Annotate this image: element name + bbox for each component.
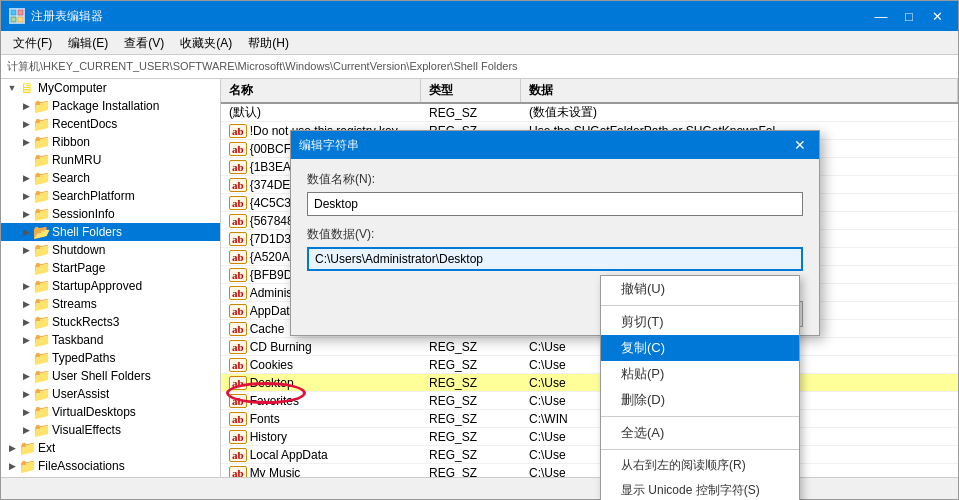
tree-item-package-installation[interactable]: ▶ 📁 Package Installation	[1, 97, 220, 115]
cell-name: abAppData	[221, 304, 421, 318]
table-row-desktop[interactable]: abDesktop REG_SZ C:\Use	[221, 374, 958, 392]
tree-label: SearchPlatform	[52, 189, 135, 203]
menu-edit[interactable]: 编辑(E)	[60, 33, 116, 52]
table-row[interactable]: ab{1B3EA5DC-B587-4786... REG_SZ	[221, 158, 958, 176]
reg-type-icon: ab	[229, 268, 247, 282]
tree-label: Shutdown	[52, 243, 105, 257]
tree-item-streams[interactable]: ▶ 📁 Streams	[1, 295, 220, 313]
cell-type: REG_SZ	[421, 250, 521, 264]
tree-label: SessionInfo	[52, 207, 115, 221]
table-row[interactable]: ab{BFB9D5E0-C6A9-404... REG_SZ	[221, 266, 958, 284]
folder-icon: 📁	[33, 242, 49, 258]
status-bar	[1, 477, 958, 499]
table-row[interactable]: abAdministrative Tools	[221, 284, 958, 302]
tree-label: VisualEffects	[52, 423, 121, 437]
table-row[interactable]: abCD Burning REG_SZ C:\Use	[221, 338, 958, 356]
window-title: 注册表编辑器	[31, 8, 868, 25]
table-row[interactable]: abAppData REG_SZ	[221, 302, 958, 320]
registry-tree[interactable]: ▼ 🖥 MyComputer ▶ 📁 Package Installation …	[1, 79, 221, 477]
tree-item-shutdown[interactable]: ▶ 📁 Shutdown	[1, 241, 220, 259]
header-data[interactable]: 数据	[521, 79, 958, 102]
menu-help[interactable]: 帮助(H)	[240, 33, 297, 52]
tree-item-stuckrects3[interactable]: ▶ 📁 StuckRects3	[1, 313, 220, 331]
tree-item-searchplatform[interactable]: ▶ 📁 SearchPlatform	[1, 187, 220, 205]
cell-data: C:\Use	[521, 466, 958, 478]
tree-item-userassist[interactable]: ▶ 📁 UserAssist	[1, 385, 220, 403]
table-row[interactable]: ab{4C5C32FF-BB9D-43B0... REG_SZ	[221, 194, 958, 212]
folder-icon: 📁	[33, 422, 49, 438]
table-row[interactable]: abFavorites REG_SZ C:\Use	[221, 392, 958, 410]
table-row[interactable]: abMy Music REG_SZ C:\Use	[221, 464, 958, 477]
cell-name: abCD Burning	[221, 340, 421, 354]
cell-name: ab{56784854-C6CB-462...	[221, 214, 421, 228]
expand-icon: ▼	[5, 81, 19, 95]
table-row[interactable]: (默认) REG_SZ (数值未设置)	[221, 104, 958, 122]
menu-file[interactable]: 文件(F)	[5, 33, 60, 52]
header-name[interactable]: 名称	[221, 79, 421, 102]
reg-type-icon: ab	[229, 358, 247, 372]
table-row[interactable]: abFonts REG_SZ C:\WIN	[221, 410, 958, 428]
tree-item-visualeffects[interactable]: ▶ 📁 VisualEffects	[1, 421, 220, 439]
menu-view[interactable]: 查看(V)	[116, 33, 172, 52]
folder-icon: 📂	[33, 224, 49, 240]
tree-label: Ext	[38, 441, 55, 455]
tree-item-virtualdesktops[interactable]: ▶ 📁 VirtualDesktops	[1, 403, 220, 421]
tree-item-startpage[interactable]: 📁 StartPage	[1, 259, 220, 277]
tree-item-sessioninfo[interactable]: ▶ 📁 SessionInfo	[1, 205, 220, 223]
tree-item-fileassociations[interactable]: ▶ 📁 FileAssociations	[1, 457, 220, 475]
folder-icon: 📁	[33, 386, 49, 402]
table-row[interactable]: abLocal AppData REG_SZ C:\Use	[221, 446, 958, 464]
close-button[interactable]: ✕	[924, 5, 950, 27]
tree-label: FileAssociations	[38, 459, 125, 473]
tree-item-startupapproved[interactable]: ▶ 📁 StartupApproved	[1, 277, 220, 295]
table-row[interactable]: ab!Do not use this registry key REG_SZ U…	[221, 122, 958, 140]
table-row[interactable]: ab{56784854-C6CB-462... REG_SZ	[221, 212, 958, 230]
tree-item-runmru[interactable]: 📁 RunMRU	[1, 151, 220, 169]
cell-name: ab{A520A1A4-1780-4FF...	[221, 250, 421, 264]
minimize-button[interactable]: —	[868, 5, 894, 27]
svg-rect-3	[18, 17, 23, 22]
cell-data: (数值未设置)	[521, 104, 958, 121]
tree-item-mycomputer[interactable]: ▼ 🖥 MyComputer	[1, 79, 220, 97]
tree-item-taskband[interactable]: ▶ 📁 Taskband	[1, 331, 220, 349]
reg-type-icon: ab	[229, 160, 247, 174]
menu-favorites[interactable]: 收藏夹(A)	[172, 33, 240, 52]
cell-type: REG_SZ	[421, 214, 521, 228]
expand-icon: ▶	[19, 243, 33, 257]
table-body: (默认) REG_SZ (数值未设置) ab!Do not use this r…	[221, 104, 958, 477]
cell-data: Use the SHGetFolderPath or SHGetKnownFol…	[521, 124, 958, 138]
cell-type: REG_SZ	[421, 178, 521, 192]
table-row[interactable]: ab{7D1D3A04-DEBB-411... REG_SZ	[221, 230, 958, 248]
table-row[interactable]: abHistory REG_SZ C:\Use	[221, 428, 958, 446]
table-row[interactable]: abCookies REG_SZ C:\Use	[221, 356, 958, 374]
tree-item-recentdocs[interactable]: ▶ 📁 RecentDocs	[1, 115, 220, 133]
header-type[interactable]: 类型	[421, 79, 521, 102]
table-row[interactable]: ab{A520A1A4-1780-4FF... REG_SZ	[221, 248, 958, 266]
cell-name: abCookies	[221, 358, 421, 372]
expand-icon: ▶	[19, 279, 33, 293]
tree-item-shell-folders[interactable]: ▶ 📂 Shell Folders	[1, 223, 220, 241]
folder-icon: 📁	[33, 98, 49, 114]
tree-item-ribbon[interactable]: ▶ 📁 Ribbon	[1, 133, 220, 151]
expand-icon: ▶	[19, 405, 33, 419]
cell-data: C:\Use	[521, 430, 958, 444]
tree-item-typedpaths[interactable]: 📁 TypedPaths	[1, 349, 220, 367]
tree-item-search[interactable]: ▶ 📁 Search	[1, 169, 220, 187]
cell-data: C:\Use	[521, 376, 958, 390]
reg-type-icon: ab	[229, 430, 247, 444]
cell-name: (默认)	[221, 104, 421, 121]
tree-label: Package Installation	[52, 99, 159, 113]
tree-label: Shell Folders	[52, 225, 122, 239]
cell-data: C:\Users\Administrator\AppData\Local\Mic…	[521, 142, 958, 156]
table-row[interactable]: ab{00BCFC5A-ED94-4E48-96A1... REG_SZ C:\…	[221, 140, 958, 158]
table-row[interactable]: ab{374DE290-123F-4565... REG_SZ	[221, 176, 958, 194]
table-row[interactable]: abCache REG_SZ	[221, 320, 958, 338]
main-window: 注册表编辑器 — □ ✕ 文件(F) 编辑(E) 查看(V) 收藏夹(A) 帮助…	[0, 0, 959, 500]
cell-type: REG_SZ	[421, 394, 521, 408]
tree-item-ext[interactable]: ▶ 📁 Ext	[1, 439, 220, 457]
tree-item-user-shell-folders[interactable]: ▶ 📁 User Shell Folders	[1, 367, 220, 385]
cell-name: ab{4C5C32FF-BB9D-43B0...	[221, 196, 421, 210]
maximize-button[interactable]: □	[896, 5, 922, 27]
reg-type-icon: ab	[229, 340, 247, 354]
svg-rect-0	[11, 10, 16, 15]
